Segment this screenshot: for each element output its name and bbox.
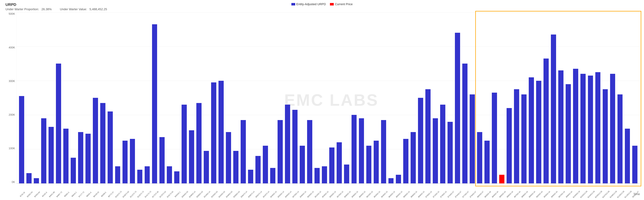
bar (314, 168, 320, 183)
bar-group: $71502.15 (432, 12, 439, 183)
x-axis-label: $63002.15 (381, 191, 388, 198)
bar (433, 118, 438, 183)
bar-group: $38972.14 (247, 12, 254, 183)
bar (226, 132, 231, 183)
bar (403, 139, 408, 183)
bar-group: $5891.5 (62, 12, 70, 183)
bar-group: $51502.15 (314, 12, 321, 183)
bar-group: $87502.34 (513, 12, 520, 183)
bar-group: $89002.34 (520, 12, 528, 183)
x-axis-label: $113012.56 (624, 190, 632, 198)
bar-group: $28402.03 (180, 12, 188, 183)
x-axis-label: $65502.15 (396, 191, 403, 198)
bar-group: $102012.56 (579, 12, 587, 183)
x-axis-label: $26342.1 (174, 191, 181, 198)
x-axis-label: $74402.07 (447, 191, 454, 198)
bar (558, 70, 564, 183)
chart-title: URPD (6, 2, 16, 7)
bar-group: $7177.72 (77, 12, 84, 183)
x-axis-label: $93502.34 (543, 191, 550, 198)
time-label: Time (633, 192, 640, 196)
bar (204, 151, 209, 183)
bar (322, 166, 327, 183)
x-axis-label: $100502.34 (572, 190, 580, 198)
bar-group: $36472.14 (240, 12, 247, 183)
bar-group: $110012.56 (616, 12, 624, 183)
x-axis-label: $8109.25 (93, 191, 100, 198)
bar (618, 95, 623, 183)
bar-group: $66502.15 (402, 12, 410, 183)
bar-group: $44002.15 (269, 12, 276, 183)
value-stat: Under Warter Value: 5,488,452.25 (60, 7, 107, 11)
bar (86, 134, 91, 183)
y-label-100k: 100K (8, 147, 15, 150)
bar (307, 120, 312, 183)
bar-group: $65502.15 (395, 12, 402, 183)
bar (359, 118, 364, 183)
proportion-label: Under Warter Proportion: (6, 7, 39, 11)
legend-current-price: Current Price (330, 2, 353, 6)
bar-group: $50002.15 (306, 12, 314, 183)
bar (455, 33, 460, 183)
x-axis-label: $61002.15 (366, 191, 373, 198)
value-label: Under Warter Value: (60, 7, 87, 11)
x-axis-label: $40472.14 (255, 191, 262, 198)
bar (63, 129, 68, 183)
bar-group: $70002.15 (424, 12, 432, 183)
x-axis-label: $36472.14 (240, 191, 248, 198)
bar (484, 141, 490, 184)
x-axis-label: $19172.55 (166, 191, 174, 198)
bar (610, 74, 615, 183)
bar (233, 151, 238, 183)
bar-group: $40472.14 (254, 12, 262, 183)
bar-group: $105512.56 (594, 12, 602, 183)
bar (78, 132, 83, 183)
bar (344, 165, 349, 183)
bar (56, 64, 61, 183)
x-axis-label: $6816.2 (71, 191, 77, 197)
proportion-stat: Under Warter Proportion: 26.38% (6, 7, 52, 11)
bar (396, 175, 401, 183)
proportion-value: 26.38% (42, 7, 52, 11)
bar (462, 64, 468, 183)
x-axis-label: $9772.37 (108, 191, 114, 198)
x-axis-label: $55002.15 (329, 191, 336, 198)
bar-group: $74402.07 (446, 12, 454, 183)
x-axis-label: $4867.72 (56, 191, 62, 198)
y-label-200k: 200K (8, 113, 15, 116)
bar-group: $2563.84 (33, 12, 40, 183)
legend-entity-box (291, 3, 295, 5)
bar-group: $55002.15 (328, 12, 336, 183)
x-axis-label: $51502.15 (314, 191, 322, 198)
bar-group: $17372.36 (151, 12, 158, 183)
bar-group: $2562.54 (25, 12, 33, 183)
bar-group: $8399.5 (99, 12, 106, 183)
bar-group: $58502.15 (343, 12, 350, 183)
bar (182, 105, 187, 183)
bar-group: $113012.56 (624, 12, 631, 183)
bar (381, 120, 386, 183)
bar (529, 77, 534, 183)
bar-group: $107012.56 (602, 12, 609, 183)
bar (374, 141, 379, 184)
x-axis-label: $12672.73 (137, 191, 144, 198)
x-axis-label: $14172.73 (144, 191, 152, 198)
bar-group: $90502.34 (528, 12, 535, 183)
x-axis-label: $33302.03 (211, 191, 218, 198)
x-axis-label: $44002.15 (270, 191, 277, 198)
x-axis-label: $41972.14 (262, 191, 270, 198)
bar-group: $77402.07 (461, 12, 468, 183)
value-value: 5,488,452.25 (90, 7, 107, 11)
bar (588, 76, 593, 183)
x-axis-label: $38972.14 (248, 191, 255, 198)
x-axis-label: $46502.14 (284, 191, 292, 198)
bar (366, 146, 372, 183)
bar-group: $49002.15 (298, 12, 306, 183)
x-axis-label: $83502.46 (484, 191, 492, 198)
bar (93, 98, 98, 183)
x-axis-label: $10372.73 (115, 191, 122, 198)
bar (130, 139, 135, 183)
x-axis-label: $70002.15 (425, 191, 432, 198)
bar (19, 96, 24, 183)
x-axis-label: $75402.07 (454, 191, 462, 198)
